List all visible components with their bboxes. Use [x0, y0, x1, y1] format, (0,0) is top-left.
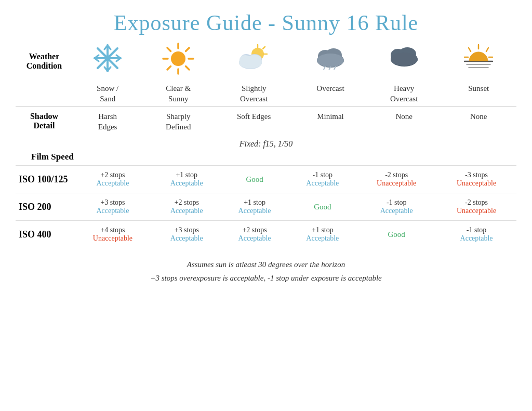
iso-value-cell: Good [288, 193, 356, 221]
shadow-detail-label: ShadowDetail [16, 107, 73, 135]
iso-row: ISO 200+3 stopsAcceptable+2 stopsAccepta… [16, 193, 516, 221]
stops-value: +3 stops [76, 198, 150, 207]
quality-acceptable: Acceptable [156, 234, 218, 243]
iso-value-cell: Good [356, 221, 436, 248]
weather-snow-sand: Snow /Sand [73, 82, 142, 107]
stops-value: -2 stops [440, 198, 513, 207]
quality-acceptable: Acceptable [76, 207, 150, 215]
stops-value: -1 stop [360, 198, 433, 207]
stops-value: +2 stops [156, 198, 218, 207]
stops-value: -3 stops [440, 171, 513, 179]
shadow-overcast: Minimal [294, 107, 367, 135]
iso-value-cell: +4 stopsUnacceptable [73, 221, 153, 248]
svg-line-45 [469, 48, 471, 51]
iso-label: ISO 400 [16, 221, 73, 248]
iso-value-cell: +3 stopsAcceptable [73, 193, 153, 221]
shadow-clear-sunny: SharplyDefined [142, 107, 214, 135]
iso-value-cell: -1 stopAcceptable [288, 166, 356, 193]
svg-line-18 [167, 48, 171, 51]
iso-value-cell: +2 stopsAcceptable [73, 166, 153, 193]
quality-acceptable: Acceptable [360, 207, 433, 215]
svg-point-31 [248, 55, 261, 64]
icon-overcast [294, 41, 367, 82]
weather-overcast: Overcast [294, 82, 367, 107]
quality-acceptable: Acceptable [291, 234, 353, 243]
page-title: Exposure Guide - Sunny 16 Rule [16, 10, 516, 35]
iso-value-cell: +2 stopsAcceptable [153, 193, 221, 221]
quality-unacceptable: Unacceptable [76, 234, 150, 243]
svg-line-46 [486, 48, 488, 51]
svg-line-20 [186, 48, 190, 51]
quality-acceptable: Acceptable [224, 234, 286, 243]
shadow-detail-row: ShadowDetail HarshEdges SharplyDefined S… [16, 107, 516, 135]
iso-value-cell: +3 stopsAcceptable [153, 221, 221, 248]
stops-value: -1 stop [440, 226, 513, 234]
footer-text: Assumes sun is atleast 30 degrees over t… [16, 258, 516, 285]
film-speed-header: Film Speed [16, 151, 516, 165]
quality-unacceptable: Unacceptable [360, 179, 433, 188]
iso-value-cell: +1 stopAcceptable [288, 221, 356, 248]
icon-heavy-overcast [367, 41, 441, 82]
stops-value: +1 stop [156, 171, 218, 179]
weather-names-row: Snow /Sand Clear &Sunny SlightlyOvercast… [16, 82, 516, 107]
weather-condition-label: WeatherCondition [16, 41, 73, 82]
quality-acceptable: Acceptable [156, 179, 218, 188]
iso-value-cell: Good [221, 166, 289, 193]
iso-value-cell: -2 stopsUnacceptable [356, 166, 436, 193]
quality-good: Good [224, 175, 286, 184]
svg-point-13 [171, 51, 185, 66]
stops-value: +4 stops [76, 226, 150, 234]
stops-value: +1 stop [224, 198, 286, 207]
quality-unacceptable: Unacceptable [440, 179, 513, 188]
shadow-slightly-overcast: Soft Edges [214, 107, 294, 135]
shadow-snow-sand: HarshEdges [73, 107, 142, 135]
icon-partly-cloudy [214, 41, 294, 82]
iso-row: ISO 100/125+2 stopsAcceptable+1 stopAcce… [16, 166, 516, 193]
iso-value-cell: +2 stopsAcceptable [221, 221, 289, 248]
weather-heavy-overcast: HeavyOvercast [367, 82, 441, 107]
iso-value-cell: -1 stopAcceptable [356, 193, 436, 221]
svg-line-21 [167, 67, 171, 70]
icon-snowflake [73, 41, 142, 82]
weather-slightly-overcast: SlightlyOvercast [214, 82, 294, 107]
svg-point-35 [317, 54, 344, 67]
icon-sunset [441, 41, 516, 82]
iso-row: ISO 400+4 stopsUnacceptable+3 stopsAccep… [16, 221, 516, 248]
quality-acceptable: Acceptable [76, 179, 150, 188]
iso-value-cell: -2 stopsUnacceptable [436, 193, 516, 221]
stops-value: +3 stops [156, 226, 218, 234]
quality-acceptable: Acceptable [291, 179, 353, 188]
quality-acceptable: Acceptable [440, 234, 513, 243]
svg-point-12 [105, 56, 110, 61]
fixed-label: Fixed: f15, 1/50 [16, 134, 516, 151]
iso-value-cell: -3 stopsUnacceptable [436, 166, 516, 193]
svg-line-36 [324, 67, 325, 70]
stops-value: +2 stops [76, 171, 150, 179]
footer-line-1: Assumes sun is atleast 30 degrees over t… [16, 258, 516, 272]
quality-acceptable: Acceptable [156, 207, 218, 215]
iso-value-cell: +1 stopAcceptable [153, 166, 221, 193]
weather-sunset: Sunset [441, 82, 516, 107]
svg-line-19 [186, 67, 190, 70]
stops-value: +2 stops [224, 226, 286, 234]
iso-table: ISO 100/125+2 stopsAcceptable+1 stopAcce… [16, 165, 516, 248]
svg-line-24 [263, 47, 265, 49]
svg-point-42 [391, 52, 418, 66]
quality-unacceptable: Unacceptable [440, 207, 513, 215]
icon-sun [142, 41, 214, 82]
stops-value: -2 stops [360, 171, 433, 179]
quality-good: Good [291, 203, 353, 211]
shadow-heavy-overcast: None [367, 107, 441, 135]
iso-label: ISO 200 [16, 193, 73, 221]
quality-good: Good [360, 230, 433, 239]
quality-acceptable: Acceptable [224, 207, 286, 215]
stops-value: +1 stop [291, 226, 353, 234]
footer-line-2: +3 stops overexposure is acceptable, -1 … [16, 272, 516, 285]
iso-label: ISO 100/125 [16, 166, 73, 193]
shadow-sunset: None [441, 107, 516, 135]
iso-value-cell: +1 stopAcceptable [221, 193, 289, 221]
exposure-guide-table: WeatherCondition [16, 41, 516, 134]
stops-value: -1 stop [291, 171, 353, 179]
weather-clear-sunny: Clear &Sunny [142, 82, 214, 107]
icons-row: WeatherCondition [16, 41, 516, 82]
